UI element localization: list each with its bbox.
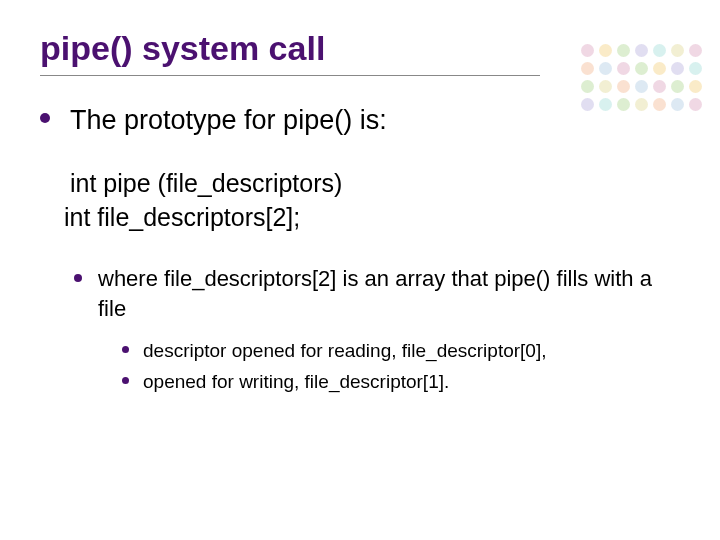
bullet-text: The prototype for pipe() is:	[70, 102, 387, 138]
code-line: int file_descriptors[2];	[64, 201, 680, 235]
bullet-level2: where file_descriptors[2] is an array th…	[74, 264, 680, 323]
code-line: int pipe (file_descriptors)	[70, 167, 680, 201]
code-block: int pipe (file_descriptors) int file_des…	[64, 167, 680, 235]
title-divider	[40, 75, 540, 76]
bullet-text: descriptor opened for reading, file_desc…	[143, 338, 546, 364]
slide: pipe() system call The prototype for pip…	[0, 0, 720, 540]
bullet-icon	[122, 346, 129, 353]
bullet-level3: descriptor opened for reading, file_desc…	[122, 338, 680, 364]
bullet-level3: opened for writing, file_descriptor[1].	[122, 369, 680, 395]
bullet-icon	[40, 113, 50, 123]
bullet-text: opened for writing, file_descriptor[1].	[143, 369, 449, 395]
bullet-icon	[122, 377, 129, 384]
decorative-dots	[581, 44, 702, 111]
bullet-text: where file_descriptors[2] is an array th…	[98, 264, 680, 323]
bullet-icon	[74, 274, 82, 282]
